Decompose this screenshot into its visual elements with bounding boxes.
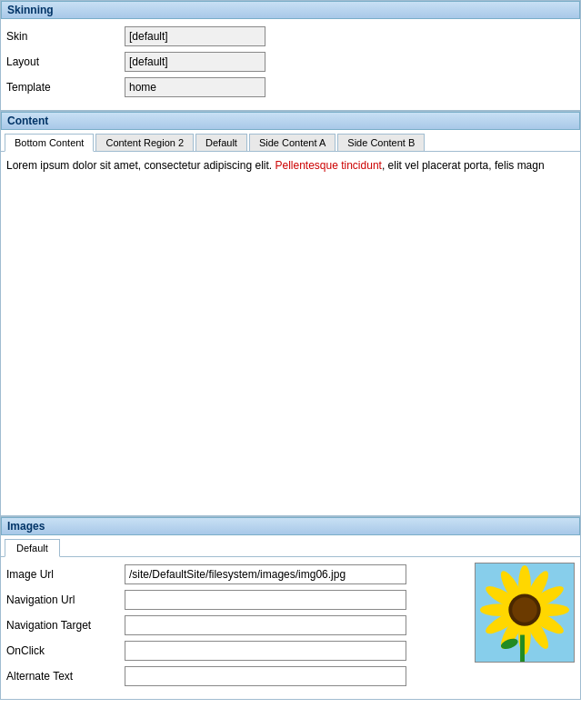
lorem-rest: , elit vel placerat porta, felis magn bbox=[382, 159, 545, 172]
content-tab-body: Lorem ipsum dolor sit amet, consectetur … bbox=[1, 152, 580, 515]
navigation-url-label: Navigation Url bbox=[6, 593, 125, 606]
image-tab-default[interactable]: Default bbox=[5, 539, 60, 557]
skinning-section: Skinning Skin Layout Template bbox=[0, 0, 581, 111]
alternate-text-label: Alternate Text bbox=[6, 670, 125, 683]
svg-point-14 bbox=[512, 597, 536, 622]
skinning-header: Skinning bbox=[1, 1, 580, 19]
lorem-highlight: Pellentesque tincidunt bbox=[275, 159, 381, 172]
image-url-label: Image Url bbox=[6, 568, 125, 581]
skinning-body: Skin Layout Template bbox=[1, 19, 580, 110]
image-url-field[interactable] bbox=[125, 564, 406, 584]
skin-field[interactable] bbox=[125, 26, 265, 46]
template-label: Template bbox=[6, 81, 125, 94]
images-header: Images bbox=[1, 517, 580, 535]
onclick-field[interactable] bbox=[125, 641, 406, 661]
template-field[interactable] bbox=[125, 77, 265, 97]
svg-rect-15 bbox=[520, 635, 525, 662]
content-tabs: Bottom Content Content Region 2 Default … bbox=[1, 130, 580, 152]
image-tabs: Default bbox=[1, 535, 580, 557]
skin-row: Skin bbox=[6, 26, 575, 46]
images-section: Images Default bbox=[0, 516, 581, 700]
navigation-url-field[interactable] bbox=[125, 590, 406, 610]
content-section: Content Bottom Content Content Region 2 … bbox=[0, 111, 581, 516]
tab-content-region-2[interactable]: Content Region 2 bbox=[95, 134, 194, 151]
tab-default[interactable]: Default bbox=[195, 134, 247, 151]
layout-label: Layout bbox=[6, 55, 125, 68]
tab-bottom-content[interactable]: Bottom Content bbox=[5, 134, 94, 152]
image-preview bbox=[475, 563, 575, 663]
content-header: Content bbox=[1, 112, 580, 130]
lorem-text: Lorem ipsum dolor sit amet, consectetur … bbox=[6, 159, 575, 172]
navigation-target-field[interactable] bbox=[125, 615, 406, 635]
tab-side-content-b[interactable]: Side Content B bbox=[337, 134, 425, 151]
alternate-text-field[interactable] bbox=[125, 666, 406, 686]
layout-field[interactable] bbox=[125, 52, 265, 72]
lorem-normal: Lorem ipsum dolor sit amet, consectetur … bbox=[6, 159, 275, 172]
sunflower-svg bbox=[476, 563, 574, 662]
template-row: Template bbox=[6, 77, 575, 97]
navigation-target-label: Navigation Target bbox=[6, 619, 125, 632]
tab-side-content-a[interactable]: Side Content A bbox=[249, 134, 336, 151]
onclick-label: OnClick bbox=[6, 644, 125, 657]
alternate-text-row: Alternate Text bbox=[6, 666, 575, 686]
layout-row: Layout bbox=[6, 52, 575, 72]
images-body: Image Url Navigation Url Navigation Targ… bbox=[1, 557, 580, 699]
skin-label: Skin bbox=[6, 30, 125, 43]
